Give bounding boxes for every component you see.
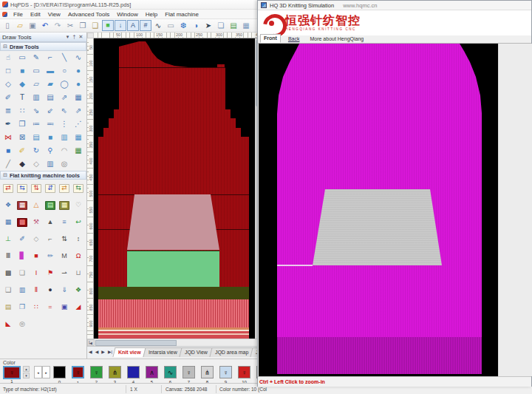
draw-tool-pen[interactable]: ✒ [1, 118, 16, 131]
tab-nav-0[interactable]: |◀ [87, 338, 94, 357]
machine-tools-section-header[interactable]: ⊟ Flat knitting machine tools [0, 171, 86, 180]
draw-tool-marquee[interactable]: ▭ [16, 51, 30, 64]
draw-tool-scatter-2[interactable]: ⋰ [72, 118, 86, 131]
area-toggle-icon[interactable]: A [127, 20, 139, 31]
copy-icon[interactable]: ❐ [77, 20, 89, 31]
draw-tool-pencil[interactable]: ✎ [30, 51, 44, 64]
machine-tool-olive-panel[interactable]: ▦ [58, 197, 72, 214]
machine-tool-dark-ball[interactable]: ● [44, 282, 58, 299]
sim-tab-more-about-hengqiang[interactable]: More about HengQiang [307, 35, 366, 43]
color-swatch-1[interactable]: ♀1 [72, 366, 84, 378]
draw-tool-circle[interactable]: ◯ [58, 78, 72, 91]
draw-tool-ellipse[interactable]: ○ [58, 64, 72, 78]
draw-tool-fill-4[interactable]: ▦ [72, 131, 86, 144]
machine-tool-m-curve[interactable]: M [58, 248, 72, 265]
machine-tool-return-arrow[interactable]: ↩ [72, 214, 86, 231]
menu-window[interactable]: Window [113, 11, 141, 18]
draw-tool-map[interactable]: ▦ [72, 144, 86, 157]
draw-tool-select[interactable]: ☝ [1, 51, 16, 64]
draw-tool-hatch-h[interactable]: ▤ [44, 91, 58, 104]
color-swatch-7[interactable]: ♀7 [183, 366, 195, 378]
machine-tool-color-bars[interactable]: ▊ [16, 248, 30, 265]
draw-tool-dots[interactable]: ∷ [16, 104, 30, 118]
draw-tool-dome[interactable]: ◠ [58, 144, 72, 157]
spinner-up-icon[interactable]: ▴ [23, 366, 30, 372]
view-tab-jqd-area-map[interactable]: JQD area map [209, 347, 254, 357]
frame-icon[interactable]: ▭ [165, 20, 177, 31]
draw-tool-ellipse-filled[interactable]: ● [72, 64, 86, 78]
machine-tool-red-equals[interactable]: = [44, 299, 58, 316]
draw-tool-align-left[interactable]: ≔ [30, 118, 44, 131]
machine-tool-blue-frames[interactable]: ❐ [16, 299, 30, 316]
machine-tool-horseshoe[interactable]: Ω [72, 248, 86, 265]
machine-tool-glove[interactable]: ♡ [72, 197, 86, 214]
pattern-band-striped[interactable] [98, 299, 249, 327]
redo-icon[interactable]: ↷ [52, 20, 64, 31]
picture-icon[interactable]: ▦ [240, 20, 252, 31]
draw-tool-brush[interactable]: ✐ [1, 91, 16, 104]
machine-tool-frame-select[interactable]: ❑ [1, 282, 16, 299]
machine-tool-yarn-stack[interactable]: ❖ [1, 197, 16, 214]
contrast-icon[interactable]: ◑ [190, 20, 202, 31]
view-tab-intarsia-view[interactable]: Intarsia view [143, 347, 183, 357]
paste-icon[interactable]: ❑ [89, 20, 101, 31]
undo-icon[interactable]: ↶ [39, 20, 51, 31]
design-canvas[interactable] [94, 38, 255, 339]
menu-advanced-tools[interactable]: Advanced Tools [64, 11, 113, 18]
yarn-box-1[interactable]: ▸ [42, 366, 50, 378]
machine-tool-green-panel[interactable]: ▤ [44, 197, 58, 214]
draw-tool-text[interactable]: T [16, 91, 30, 104]
draw-tool-rows[interactable]: ≣ [1, 104, 16, 118]
tab-nav-2[interactable]: ▶ [100, 347, 106, 357]
machine-tool-mountain[interactable]: ▲ [44, 214, 58, 231]
draw-tool-mirror[interactable]: ⋈ [1, 131, 16, 144]
machine-tool-transfer-4[interactable]: ⇵ [44, 180, 58, 197]
pin-icon[interactable]: † [71, 34, 78, 40]
draw-tool-shape[interactable]: ◇ [30, 157, 44, 171]
tools-panel-titlebar[interactable]: Draw Tools ▾†✕ [0, 33, 86, 42]
draw-tool-link[interactable]: ⇗ [58, 91, 72, 104]
menu-file[interactable]: File [10, 11, 27, 18]
draw-tools-section-header[interactable]: ⊟ Draw Tools [0, 42, 86, 51]
machine-tool-pink-tool[interactable]: ⚒ [30, 214, 44, 231]
color-swatch-4[interactable]: 4 [127, 366, 140, 378]
machine-tool-red-block[interactable]: ■ [30, 248, 44, 265]
draw-tool-rounded-rect[interactable]: ▭ [30, 64, 44, 78]
color-swatch-10[interactable]: ♀10 [238, 366, 250, 378]
machine-tool-press[interactable]: ⊥ [1, 231, 16, 248]
machine-tool-bars[interactable]: Ⅲ [1, 248, 16, 265]
machine-tool-color-stack[interactable]: ❖ [72, 282, 86, 299]
machine-tool-red-dots[interactable]: ∷ [30, 299, 44, 316]
draw-tool-duplicate[interactable]: ❐ [16, 118, 30, 131]
snowflake-icon[interactable]: ❆ [177, 20, 189, 31]
machine-tool-red-grid[interactable]: ▩ [16, 214, 30, 231]
machine-tool-needle-grid[interactable]: ▦ [1, 214, 16, 231]
draw-tool-fill-1[interactable]: ▤ [30, 131, 44, 144]
draw-tool-diamond[interactable]: ◇ [1, 78, 16, 91]
draw-tool-diamond-filled[interactable]: ◆ [16, 78, 30, 91]
machine-tool-transfer-5[interactable]: ⇄ [58, 180, 72, 197]
machine-tool-transfer-2[interactable]: ⇆ [16, 180, 30, 197]
machine-tool-dropper-2[interactable]: ✏ [44, 248, 58, 265]
cut-icon[interactable]: ✂ [64, 20, 76, 31]
draw-tool-rounded-rect-filled[interactable]: ▬ [44, 64, 58, 78]
view-tab-knit-view[interactable]: Knit view [112, 347, 146, 357]
machine-tool-pattern-block[interactable]: ▩ [1, 265, 16, 282]
hqpds-titlebar[interactable]: HqPDS - [D:\VERA\TIS\program\AL115-R25.p… [0, 0, 259, 10]
machine-tool-white-diamond[interactable]: ◇ [30, 231, 44, 248]
machine-tool-warning-triangle[interactable]: △ [30, 197, 44, 214]
color-swatch-9[interactable]: ♀9 [219, 366, 232, 378]
draw-tool-polyline[interactable]: ⌐ [44, 51, 58, 64]
draw-tool-spray-3[interactable]: ⇖ [58, 104, 72, 118]
menu-edit[interactable]: Edit [27, 11, 44, 18]
machine-tool-folder[interactable]: ▤ [1, 299, 16, 316]
draw-tool-columns[interactable]: ▥ [44, 157, 58, 171]
color-swatch-8[interactable]: ⋔8 [201, 366, 214, 378]
menu-flat-machine[interactable]: Flat machine [161, 11, 202, 18]
close-icon[interactable]: ✕ [78, 34, 84, 40]
draw-tool-eraser-2[interactable]: ◆ [16, 157, 30, 171]
cursor-toggle-icon[interactable]: ↓ [115, 20, 126, 31]
tab-nav-1[interactable]: ◀ [94, 347, 100, 357]
draw-tool-hatch-grid[interactable]: ▦ [72, 91, 86, 104]
intarsia-patch-green[interactable] [127, 251, 219, 287]
